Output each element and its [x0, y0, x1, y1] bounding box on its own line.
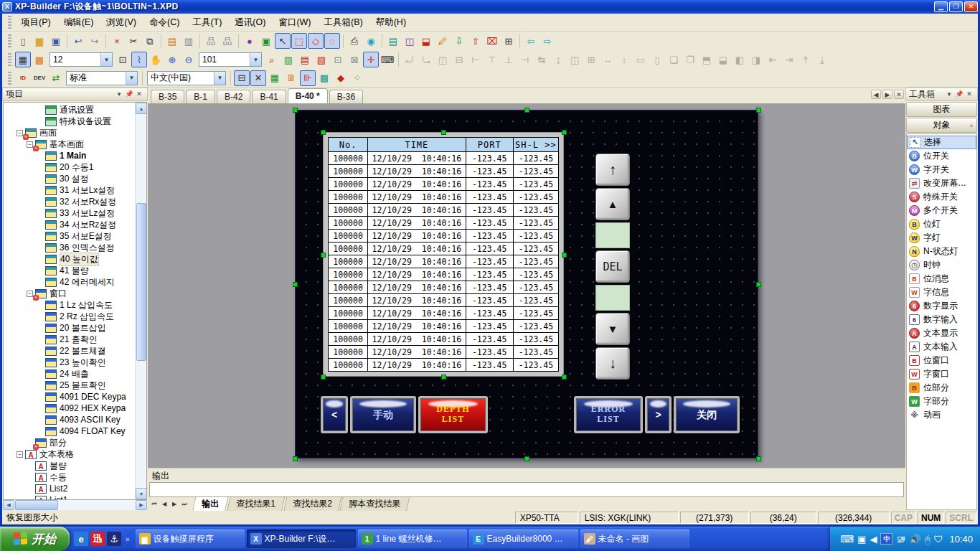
menu-item[interactable]: 命令(C) — [143, 15, 186, 29]
tree-horizontal-scrollbar[interactable]: ◀ ▶ — [3, 500, 147, 510]
toolbox-item-ww[interactable]: W字窗口 — [907, 367, 976, 381]
tree-item[interactable]: 30 설정 — [4, 173, 135, 184]
pan-hand-icon[interactable]: ✋ — [148, 52, 164, 67]
keyboard-icon[interactable]: ⌨ — [840, 534, 854, 544]
close-button[interactable]: ✕ — [964, 1, 978, 12]
tab-B-1[interactable]: B-1 — [186, 90, 215, 103]
copy-icon[interactable]: ⧉ — [142, 33, 158, 49]
open-folder-icon[interactable]: ▆ — [32, 33, 47, 49]
zoom-out-icon[interactable]: ⊖ — [181, 52, 197, 67]
tree-item[interactable]: 4093 ASCII Key — [4, 414, 135, 425]
window-tile-icon[interactable]: 品 — [220, 33, 235, 49]
toolbox-item-cursor[interactable]: ↖选择 — [907, 136, 976, 149]
minimize-button[interactable]: ▁ — [934, 1, 948, 12]
align-top-icon[interactable]: ⊤ — [484, 52, 500, 67]
object-3d-icon[interactable]: ◆ — [333, 70, 349, 86]
table-selection-handle[interactable] — [321, 375, 326, 380]
toolbox-item-anim[interactable]: ※动画 — [907, 408, 976, 422]
flip-h-icon[interactable]: ◫ — [435, 52, 451, 67]
book-view-icon[interactable]: ▤ — [297, 52, 313, 67]
menu-item[interactable]: 通讯(O) — [228, 15, 272, 29]
delete-screen-icon[interactable]: ⌧ — [484, 33, 500, 49]
tree-item[interactable]: 通讯设置 — [4, 104, 135, 116]
tree-item[interactable]: 31 서보Lx설정 — [4, 184, 135, 196]
quicklaunch-expand-icon[interactable]: » — [126, 535, 130, 543]
select-poly-icon[interactable]: ◇ — [308, 33, 324, 49]
project-tree-icon[interactable]: ⊟ — [234, 70, 250, 86]
taskbar-task[interactable]: 🖌未命名 - 画图 — [580, 529, 689, 548]
undo-icon[interactable]: ↩ — [70, 33, 86, 49]
start-button[interactable]: 开始 — [0, 527, 70, 551]
color-picker-icon[interactable]: ● — [242, 33, 258, 49]
select-cursor-icon[interactable]: ↖ — [275, 33, 291, 49]
tree-item[interactable]: 1 Lz 삽입속도 — [4, 299, 135, 311]
tree-item[interactable]: 25 볼트확인 — [4, 380, 135, 391]
tab-scroll-left-icon[interactable]: ◀ — [871, 90, 881, 99]
output-tab[interactable]: 输出 — [192, 497, 228, 512]
toolbox-item-lw[interactable]: W字灯 — [907, 231, 976, 245]
save-icon[interactable]: ▣ — [48, 33, 64, 49]
data-check-icon[interactable]: ▦ — [267, 70, 283, 86]
same-height-icon[interactable]: ⊞ — [583, 52, 599, 67]
tree-expander-icon[interactable]: − — [27, 141, 33, 148]
selection-handle[interactable] — [293, 282, 298, 287]
tree-item[interactable]: −文本表格 — [4, 448, 135, 460]
toolbox-item-wb[interactable]: B位窗口 — [907, 354, 976, 367]
tree-item[interactable]: 22 볼트체결 — [4, 345, 135, 357]
tab-B-40[interactable]: B-40 * — [288, 88, 328, 103]
toolbox-item-td[interactable]: A文本显示 — [907, 326, 976, 340]
tree-item[interactable]: −基本画面 — [4, 138, 135, 150]
back-icon[interactable]: ⬓ — [715, 52, 731, 67]
center-v-icon[interactable]: ↨ — [550, 52, 566, 67]
toolbox-item-lb[interactable]: B位灯 — [907, 217, 976, 231]
tile-screens-icon[interactable]: ⊞ — [501, 33, 517, 49]
scroll-down-icon[interactable]: ▼ — [136, 488, 147, 499]
toolbox-item-ln[interactable]: NN-状态灯 — [907, 245, 976, 258]
tree-item[interactable]: 40 높이값 — [4, 253, 135, 265]
tree-item[interactable]: 4091 DEC Keypa — [4, 391, 135, 402]
grid-toggle-icon[interactable]: ▦ — [15, 52, 31, 67]
screen-capture-icon[interactable]: ▤ — [385, 33, 401, 49]
table-selection-handle[interactable] — [562, 253, 567, 258]
tab-close-icon[interactable]: ✕ — [894, 90, 904, 99]
brush-icon[interactable]: 🖉 — [435, 33, 451, 49]
crossref-icon[interactable]: ⇄ — [48, 70, 64, 86]
export-icon[interactable]: ⇧ — [468, 33, 484, 49]
grid-color-icon[interactable]: ▩ — [32, 52, 47, 67]
group-icon[interactable]: ❏ — [666, 52, 682, 67]
selection-handle[interactable] — [524, 456, 529, 461]
tree-item[interactable]: 34 서보Rz설정 — [4, 219, 135, 230]
tree-item[interactable]: 20 수동1 — [4, 161, 135, 173]
to-front-icon[interactable]: ◧ — [732, 52, 748, 67]
scroll-right-icon[interactable]: ▶ — [136, 500, 147, 510]
menu-item[interactable]: 编辑(E) — [57, 15, 100, 29]
table-selection-handle[interactable] — [562, 130, 567, 135]
nav-back-icon[interactable]: ⇦ — [523, 33, 539, 49]
tree-item[interactable]: 21 홀확인 — [4, 334, 135, 345]
nav-forward-icon[interactable]: ⇨ — [540, 33, 555, 49]
space-h-icon[interactable]: ↔ — [600, 52, 616, 67]
red-app-icon[interactable]: 迅 — [90, 532, 105, 546]
toolbox-item-nd[interactable]: 6数字显示 — [907, 299, 976, 313]
nudge-left-icon[interactable]: ⇤ — [765, 52, 781, 67]
snap-line-icon[interactable]: ⌇ — [131, 52, 147, 67]
tab-B-42[interactable]: B-42 — [217, 90, 250, 103]
download-icon[interactable]: ⬓ — [418, 33, 434, 49]
menu-item[interactable]: 浏览(V) — [100, 15, 143, 29]
resize-object-icon[interactable]: ▣ — [258, 33, 274, 49]
flip-v-icon[interactable]: ⊟ — [451, 52, 467, 67]
toolbox-item-pb[interactable]: B位部分 — [907, 381, 976, 395]
selection-handle[interactable] — [756, 456, 761, 461]
toolbox-item-pw[interactable]: W字部分 — [907, 395, 976, 408]
scroll-left-icon[interactable]: ◀ — [3, 500, 14, 510]
image-lib-icon[interactable]: ▩ — [316, 70, 332, 86]
crop-icon[interactable]: ⊡ — [115, 52, 131, 67]
toolbox-group-charts[interactable]: 图表 — [906, 102, 977, 117]
tree-item[interactable]: 部分 — [4, 437, 135, 448]
selection-handle[interactable] — [293, 108, 298, 113]
taskbar-task[interactable]: 11 line 螺丝机修… — [358, 529, 467, 548]
resize-same-icon[interactable]: ▭ — [633, 52, 649, 67]
profile-combo[interactable]: 标准▼ — [66, 71, 138, 85]
hmi-button-手动[interactable]: 手动 — [350, 396, 416, 433]
tab-B-35[interactable]: B-35 — [151, 90, 184, 103]
